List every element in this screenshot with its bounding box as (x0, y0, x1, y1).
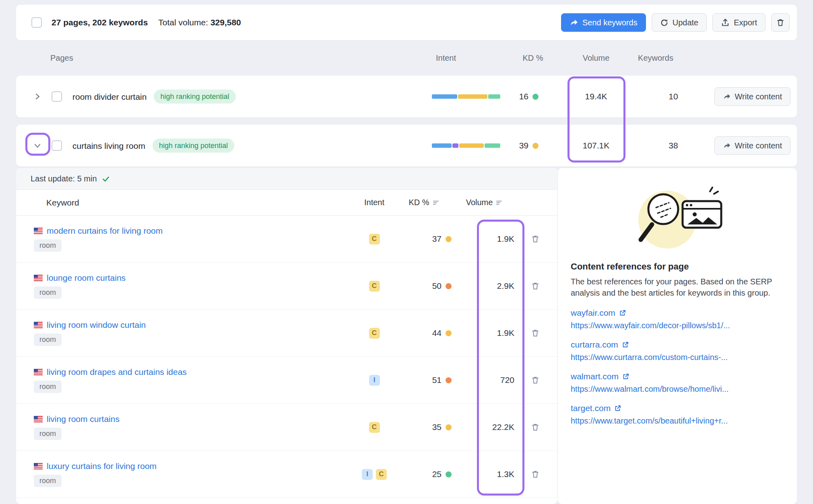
intent-badge-informational: I (362, 469, 373, 480)
page-name[interactable]: room divider curtain (72, 92, 147, 101)
volume-value: 1.9K (453, 234, 515, 244)
page-row-checkbox[interactable] (52, 91, 62, 102)
refresh-icon (660, 19, 669, 27)
column-volume[interactable]: Volume (453, 198, 515, 207)
delete-keyword-button[interactable] (528, 326, 542, 340)
intent-badge-commercial: C (369, 422, 380, 433)
kd-dot (532, 94, 539, 100)
keywords-table-header: Keyword Intent KD % Volume (16, 190, 557, 216)
us-flag-icon (34, 463, 43, 469)
keyword-tag: room (34, 286, 62, 299)
external-link-icon (622, 341, 629, 348)
reference-domain-link[interactable]: wayfair.com (571, 308, 615, 318)
content-references-illustration (571, 179, 784, 256)
kd-cell: 25 (394, 469, 453, 479)
content-references-panel: Content references for page The best ref… (558, 168, 797, 504)
keyword-link[interactable]: living room curtains (47, 414, 120, 424)
reference-url-link[interactable]: https://www.curtarra.com/custom-curtains… (571, 353, 784, 362)
keyword-tag: room (34, 475, 62, 487)
us-flag-icon (34, 369, 43, 375)
keyword-tag: room (34, 428, 62, 440)
keyword-row: lounge room curtains room C 50 2.9K (16, 263, 557, 310)
volume-value: 720 (453, 375, 515, 385)
column-keywords: Keywords (638, 53, 673, 63)
keyword-manager-page: 27 pages, 202 keywords Total volume: 329… (0, 0, 813, 504)
export-button[interactable]: Export (712, 13, 766, 32)
intent-badge-commercial: C (369, 281, 380, 292)
column-volume: Volume (583, 53, 610, 63)
write-content-label: Write content (735, 141, 782, 150)
send-keywords-label: Send keywords (582, 18, 638, 27)
total-volume-label: Total volume: (158, 18, 208, 27)
column-intent: Intent (436, 53, 456, 63)
keywords-count: 38 (649, 141, 697, 150)
keyword-link[interactable]: living room drapes and curtains ideas (47, 367, 187, 377)
reference-url-link[interactable]: https://www.target.com/s/beautiful+livin… (571, 416, 784, 426)
page-row-curtains-living-room: curtains living room high ranking potent… (16, 125, 797, 167)
write-content-button[interactable]: Write content (714, 136, 790, 155)
external-link-icon (622, 373, 629, 380)
column-intent: Intent (354, 198, 394, 207)
total-volume-value: 329,580 (210, 18, 241, 27)
kd-cell: 51 (394, 375, 453, 385)
page-name-group: curtains living room high ranking potent… (72, 139, 234, 153)
reference-item: wayfair.com https://www.wayfair.com/deco… (571, 308, 784, 330)
kd-value: 16 (519, 92, 528, 101)
volume-value: 1.3K (453, 469, 515, 479)
delete-keyword-button[interactable] (528, 420, 542, 434)
keyword-link[interactable]: lounge room curtains (47, 273, 126, 283)
write-content-arrow-icon (723, 142, 731, 150)
select-all-checkbox[interactable] (31, 17, 42, 28)
reference-domain-link[interactable]: curtarra.com (571, 340, 618, 350)
sort-icon (496, 200, 502, 206)
volume-value: 1.9K (453, 328, 515, 338)
update-label: Update (673, 18, 699, 27)
reference-item: walmart.com https://www.walmart.com/brow… (571, 372, 784, 394)
delete-keyword-button[interactable] (528, 279, 542, 293)
ranking-potential-badge: high ranking potential (154, 90, 235, 104)
references-description: The best references for your pages. Base… (571, 276, 784, 298)
column-pages: Pages (50, 53, 73, 63)
delete-keyword-button[interactable] (528, 373, 542, 387)
reference-domain-link[interactable]: target.com (571, 403, 611, 413)
intent-badge-commercial: C (369, 234, 380, 245)
delete-keyword-button[interactable] (528, 232, 542, 246)
kd-dot (446, 424, 452, 430)
delete-pages-button[interactable] (771, 13, 790, 32)
reference-item: curtarra.com https://www.curtarra.com/cu… (571, 340, 784, 362)
collapse-chevron-down-icon[interactable] (32, 140, 43, 151)
check-icon (102, 175, 110, 183)
kd-cell: 35 (394, 422, 453, 432)
pages-table-header: Pages Intent KD % Volume Keywords (16, 40, 797, 76)
external-link-icon (619, 309, 626, 317)
kd-dot (446, 283, 452, 289)
kd-cell: 37 (394, 234, 453, 244)
volume-value: 19.4K (564, 92, 628, 101)
intent-badge-informational: I (369, 375, 380, 386)
references-title: Content references for page (571, 261, 784, 272)
reference-url-link[interactable]: https://www.walmart.com/browse/home/livi… (571, 385, 784, 394)
page-row-room-divider-curtain: room divider curtain high ranking potent… (16, 76, 797, 117)
kd-dot (532, 143, 539, 149)
keyword-link[interactable]: living room window curtain (47, 320, 146, 330)
keyword-link[interactable]: modern curtains for living room (47, 226, 163, 236)
expand-chevron-right-icon[interactable] (32, 91, 43, 102)
page-name[interactable]: curtains living room (72, 141, 145, 150)
reference-url-link[interactable]: https://www.wayfair.com/decor-pillows/sb… (571, 321, 784, 330)
page-row-checkbox[interactable] (52, 140, 62, 151)
write-content-button[interactable]: Write content (714, 87, 790, 106)
update-button[interactable]: Update (652, 13, 707, 32)
volume-value: 22.2K (453, 422, 515, 432)
send-keywords-button[interactable]: Send keywords (561, 13, 646, 32)
toolbar-actions: Send keywords Update Export (561, 13, 797, 32)
last-update-strip: Last update: 5 min (16, 168, 557, 190)
reference-domain-link[interactable]: walmart.com (571, 372, 619, 381)
keyword-link[interactable]: luxury curtains for living room (47, 461, 157, 471)
delete-keyword-button[interactable] (528, 467, 542, 481)
kd-cell: 39 (489, 141, 539, 150)
pages-summary: 27 pages, 202 keywords (52, 18, 148, 27)
toolbar: 27 pages, 202 keywords Total volume: 329… (16, 5, 797, 40)
column-kd[interactable]: KD % (394, 198, 453, 207)
trash-icon (776, 18, 785, 27)
expanded-keywords-panel: Last update: 5 min Keyword Intent KD % V… (16, 168, 557, 504)
